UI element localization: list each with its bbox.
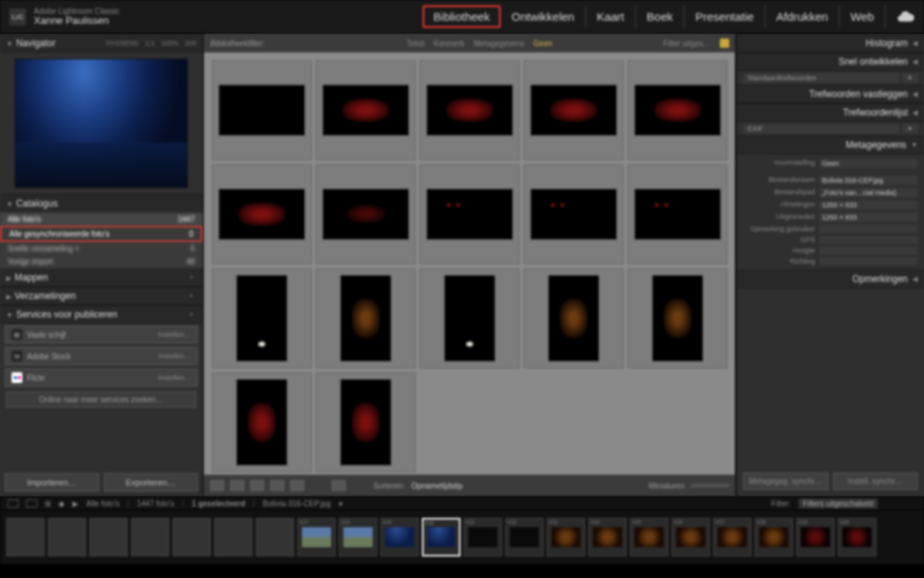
view-survey-icon[interactable] (270, 480, 284, 491)
filmstrip-thumb[interactable]: 439 (796, 518, 835, 556)
module-web[interactable]: Web (839, 5, 886, 28)
module-presentatie[interactable]: Presentatie (685, 5, 765, 28)
filmstrip-thumb[interactable]: 432 (505, 518, 544, 556)
grid-cell[interactable] (628, 268, 728, 368)
filmstrip-thumb[interactable]: 433 (547, 518, 585, 556)
publish-header[interactable]: ▼Services voor publiceren+ (0, 305, 203, 324)
filmstrip-thumb[interactable]: 430 (422, 518, 460, 556)
thumbnail[interactable] (652, 275, 704, 362)
grid-cell[interactable] (628, 164, 728, 264)
sort-value[interactable]: Opnametijdstip (411, 482, 463, 490)
module-afdrukken[interactable]: Afdrukken (765, 5, 840, 28)
thumbnail[interactable] (427, 189, 514, 240)
module-bibliotheek[interactable]: Bibliotheek (423, 5, 500, 28)
painter-icon[interactable] (332, 480, 346, 491)
grid-cell[interactable] (316, 164, 416, 264)
filmstrip-thumb[interactable] (256, 518, 294, 556)
catalog-row-quick[interactable]: Snelle verzameling + 5 (0, 242, 203, 255)
view-compare-icon[interactable] (250, 480, 264, 491)
status-path[interactable]: Alle foto's (86, 499, 119, 508)
status-filter-value[interactable]: Filters uitgeschakeld (798, 499, 878, 509)
cloud-sync-icon[interactable] (896, 8, 915, 26)
thumbnail[interactable] (323, 189, 410, 240)
filmstrip-thumb[interactable]: 436 (671, 518, 710, 556)
catalog-row-all[interactable]: Alle foto's 1447 (0, 213, 203, 226)
module-kaart[interactable]: Kaart (586, 5, 636, 28)
module-ontwikkelen[interactable]: Ontwikkelen (500, 5, 586, 28)
filter-preset[interactable]: Filter uitges… (663, 39, 711, 48)
thumbnail[interactable] (236, 275, 288, 362)
keyword-preset[interactable]: Standaardtrefwoorden (743, 73, 899, 82)
grid-cell[interactable] (628, 60, 728, 160)
catalog-header[interactable]: ▼Catalogus (0, 194, 203, 213)
filter-lock-icon[interactable] (720, 39, 729, 48)
publish-adobe-stock[interactable]: St Adobe Stock Instellen… (5, 347, 198, 365)
view-people-icon[interactable] (290, 480, 304, 491)
thumbnail[interactable] (340, 275, 392, 362)
grid-cell[interactable] (212, 372, 312, 472)
grid-cell[interactable] (212, 268, 312, 368)
module-boek[interactable]: Boek (636, 5, 685, 28)
thumbnail[interactable] (634, 189, 721, 240)
filmstrip-thumb[interactable] (6, 518, 45, 556)
grid-cell[interactable] (524, 164, 624, 264)
grid-cell[interactable] (420, 60, 520, 160)
histogram-header[interactable]: Histogram◀ (737, 34, 924, 52)
navigator-header[interactable]: ▼Navigator PASSEND 1:1 100% 200 (0, 34, 203, 52)
thumbnail[interactable] (219, 85, 306, 136)
thumbnail[interactable] (444, 275, 496, 362)
filmstrip-thumb[interactable]: 438 (755, 518, 793, 556)
filmstrip-thumb[interactable] (214, 518, 253, 556)
filmstrip-thumb[interactable] (172, 518, 211, 556)
filmstrip-thumb[interactable]: 427 (297, 518, 336, 556)
thumbnail[interactable] (548, 275, 600, 362)
grid-cell[interactable] (524, 268, 624, 368)
thumbnail[interactable] (219, 189, 306, 240)
thumbnail[interactable] (340, 379, 392, 466)
filmstrip-thumb[interactable]: 434 (588, 518, 627, 556)
nav-mode-100[interactable]: 100% (161, 39, 179, 47)
filmstrip-thumb[interactable] (89, 518, 128, 556)
filmstrip-thumb[interactable]: 437 (713, 518, 752, 556)
publish-find-more[interactable]: Online naar meer services zoeken… (6, 391, 196, 408)
sync-settings-button[interactable]: Instell. synchr… (833, 472, 919, 490)
thumbnail[interactable] (323, 85, 410, 136)
catalog-row-prev-import[interactable]: Vorige import 48 (0, 255, 203, 268)
second-window-2-icon[interactable] (26, 499, 37, 508)
publish-hdd[interactable]: ▤ Vaste schijf Instellen… (5, 325, 198, 344)
grid-view[interactable] (204, 52, 735, 475)
grid-cell[interactable] (316, 60, 416, 160)
filmstrip-thumb[interactable] (48, 518, 86, 556)
filmstrip-thumb[interactable]: 431 (464, 518, 502, 556)
quick-dev-header[interactable]: Snel ontwikkelen◀ (737, 52, 924, 71)
import-button[interactable]: Importeren… (5, 473, 99, 492)
grid-cell[interactable] (212, 60, 312, 160)
nav-mode-11[interactable]: 1:1 (145, 39, 155, 47)
filmstrip-thumb[interactable]: 429 (380, 518, 419, 556)
filter-tab-meta[interactable]: Metagegevens (474, 39, 524, 48)
view-loupe-icon[interactable] (230, 480, 244, 491)
sync-metadata-button[interactable]: Metagegeg. synchr… (743, 472, 829, 490)
nav-mode-fit[interactable]: PASSEND (106, 39, 139, 47)
grid-cell[interactable] (212, 164, 312, 264)
view-grid-icon[interactable] (210, 480, 224, 491)
navigator-preview[interactable] (15, 59, 188, 188)
export-button[interactable]: Exporteren… (104, 473, 199, 492)
grid-cell[interactable] (420, 268, 520, 368)
catalog-row-synced[interactable]: Alle gesynchroniseerde foto's 0 (0, 226, 203, 242)
grid-cell[interactable] (420, 164, 520, 264)
filmstrip-thumb[interactable] (131, 518, 169, 556)
thumbnail[interactable] (531, 189, 618, 240)
meta-preset[interactable]: EXIF (743, 124, 899, 133)
folders-header[interactable]: ▶Mappen+ (0, 268, 203, 287)
filmstrip-thumb[interactable]: 440 (838, 518, 876, 556)
keywording-header[interactable]: Trefwoorden vastleggen◀ (737, 85, 924, 103)
filmstrip-thumb[interactable]: 428 (339, 518, 377, 556)
metadata-header[interactable]: Metagegevens▼ (737, 136, 924, 154)
publish-flickr[interactable]: Flickr Instellen… (5, 368, 198, 387)
second-window-icon[interactable] (8, 499, 18, 508)
filter-tab-none[interactable]: Geen (534, 39, 552, 48)
nav-mode-200[interactable]: 200 (185, 39, 196, 47)
meta-preset-value[interactable]: Geen (819, 159, 918, 168)
comments-header[interactable]: Opmerkingen◀ (737, 270, 924, 288)
